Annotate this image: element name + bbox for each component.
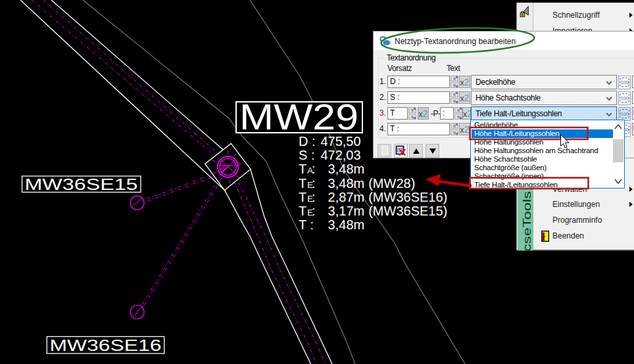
- svg-text:TE:3,48m(MW28): TE:3,48m(MW28): [299, 176, 415, 191]
- svg-text:S : 472,03: S : 472,03: [299, 148, 361, 162]
- svg-text:MW29: MW29: [239, 97, 358, 137]
- svg-text:D : 475,50: D : 475,50: [299, 134, 361, 148]
- svg-text:TA:3,48m: TA:3,48m: [299, 162, 364, 176]
- svg-text:TE:2,87m(MW36SE16): TE:2,87m(MW36SE16): [299, 190, 447, 204]
- svg-text:MW36SE15: MW36SE15: [25, 175, 138, 193]
- svg-text:MW36SE16: MW36SE16: [50, 336, 162, 354]
- svg-text:TE:3,17m(MW36SE15): TE:3,17m(MW36SE15): [299, 204, 447, 218]
- svg-text:T : 3,48m: T : 3,48m: [299, 217, 364, 232]
- svg-text:cseTools: cseTools: [521, 191, 533, 250]
